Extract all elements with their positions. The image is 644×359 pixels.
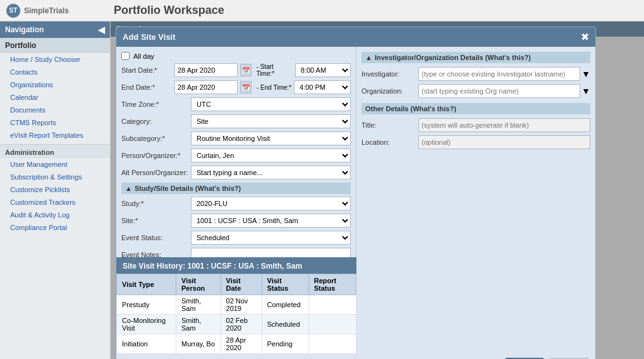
site-label: Site:* [121, 217, 191, 224]
subcategory-row: Subcategory:* Routine Monitoring Visit [121, 131, 351, 145]
modal-overlay: Add Site Visit ✖ All day [111, 21, 644, 359]
sidebar-item-subscription[interactable]: Subscription & Settings [0, 171, 110, 183]
history-header: Site Visit History: 1001 : UCSF : USA : … [116, 259, 356, 274]
investigator-label: Investigator: [361, 70, 418, 78]
col-report-status: Report Status [308, 274, 356, 295]
investigator-row: Investigator: ▼ [361, 67, 590, 81]
sidebar: Navigation ◀ Portfolio Home / Study Choo… [0, 21, 111, 359]
subcategory-select[interactable]: Routine Monitoring Visit [191, 131, 351, 145]
start-date-calendar-btn[interactable]: 📅 [240, 64, 252, 76]
location-row: Location: [361, 135, 590, 149]
logo-circle: ST [6, 4, 20, 18]
start-date-row: Start Date:* 📅 - Start Time:* 8:00 AM [121, 63, 351, 77]
sidebar-item-compliance[interactable]: Compliance Portal [0, 221, 110, 234]
cell-visit-status: Scheduled [262, 315, 308, 334]
timezone-label: Time Zone:* [121, 100, 191, 108]
cell-report-status [308, 334, 356, 354]
modal-header: Add Site Visit ✖ [116, 27, 595, 47]
cell-visit-type: Initiation [117, 334, 176, 354]
subcategory-label: Subcategory:* [121, 135, 191, 142]
person-label: Person/Organizer:* [121, 152, 191, 159]
location-input[interactable] [418, 135, 590, 149]
end-date-label: End Date:* [121, 83, 172, 91]
details-panel: ▲ Investigator/Organization Details (Wha… [356, 47, 595, 354]
title-label: Title: [361, 121, 418, 129]
category-label: Category: [121, 118, 191, 125]
title-input[interactable] [418, 118, 590, 132]
organization-dropdown-icon[interactable]: ▼ [581, 86, 590, 96]
alt-person-row: Alt Person/Organizer: Start typing a nam… [121, 166, 351, 180]
cell-visit-type: Co-Monitoring Visit [117, 315, 176, 334]
study-row: Study:* 2020-FLU [121, 197, 351, 210]
col-visit-date: Visit Date [221, 274, 262, 295]
sidebar-item-contacts[interactable]: Contacts [0, 66, 110, 78]
sidebar-item-portfolio[interactable]: Portfolio [0, 38, 110, 53]
study-select[interactable]: 2020-FLU [191, 197, 351, 210]
modal-close-button[interactable]: ✖ [581, 31, 589, 43]
title-row: Title: [361, 118, 590, 132]
end-date-calendar-btn[interactable]: 📅 [240, 81, 252, 94]
category-select[interactable]: Site [191, 114, 351, 128]
end-date-row: End Date:* 📅 - End Time:* 4:00 PM [121, 80, 351, 94]
table-row: Co-Monitoring Visit Smith, Sam 02 Feb 20… [117, 315, 356, 334]
investigator-dropdown-icon[interactable]: ▼ [581, 69, 590, 79]
sidebar-item-calendar[interactable]: Calendar [0, 91, 110, 104]
cell-visit-person: Murray, Bo [176, 334, 221, 354]
site-row: Site:* 1001 : UCSF : USA : Smith, Sam [121, 214, 351, 228]
alt-person-select[interactable]: Start typing a name... [191, 166, 351, 180]
sidebar-item-picklists[interactable]: Customize Picklists [0, 183, 110, 196]
event-status-select[interactable]: Scheduled [191, 231, 351, 245]
sidebar-header: Navigation ◀ [0, 21, 110, 38]
sidebar-item-user-management[interactable]: User Management [0, 158, 110, 171]
organization-row: Organization: ▼ [361, 84, 590, 98]
start-time-label: - Start Time:* [257, 63, 293, 77]
start-time-select[interactable]: 8:00 AM [295, 63, 351, 77]
study-section-header: ▲ Study/Site Details (What's this?) [121, 183, 351, 194]
event-status-row: Event Status: Scheduled [121, 231, 351, 245]
event-notes-input[interactable] [191, 248, 351, 257]
page-title: Portfolio Workspace [114, 4, 224, 17]
other-details-header: Other Details (What's this?) [361, 103, 590, 114]
person-select[interactable]: Curtain, Jen [191, 149, 351, 162]
table-row: Prestudy Smith, Sam 02 Nov 2019 Complete… [117, 295, 356, 315]
sidebar-item-trackers[interactable]: Customized Trackers [0, 196, 110, 209]
sidebar-item-audit[interactable]: Audit & Activity Log [0, 209, 110, 221]
all-day-row: All day [121, 52, 351, 60]
calendar-pane: Calendar Color Theme: ◀ April 202... ▶ [111, 21, 644, 359]
organization-input[interactable] [418, 84, 580, 98]
cell-visit-status: Completed [262, 295, 308, 315]
all-day-checkbox[interactable] [121, 52, 130, 60]
site-select[interactable]: 1001 : UCSF : USA : Smith, Sam [191, 214, 351, 228]
cell-visit-person: Smith, Sam [176, 315, 221, 334]
sidebar-item-organizations[interactable]: Organizations [0, 78, 110, 91]
history-table-wrapper: Visit Type Visit Person Visit Date Visit… [116, 274, 356, 354]
cell-visit-date: 02 Nov 2019 [221, 295, 262, 315]
cell-visit-person: Smith, Sam [176, 295, 221, 315]
sidebar-collapse-btn[interactable]: ◀ [98, 25, 105, 35]
sidebar-item-home[interactable]: Home / Study Chooser [0, 53, 110, 66]
start-date-input[interactable] [174, 63, 238, 77]
sidebar-item-evisit-templates[interactable]: eVisit Report Templates [0, 129, 110, 142]
col-visit-status: Visit Status [262, 274, 308, 295]
end-time-label: - End Time:* [257, 84, 291, 91]
sidebar-item-ctms-reports[interactable]: CTMS Reports [0, 116, 110, 129]
event-status-label: Event Status: [121, 234, 191, 241]
category-row: Category: Site [121, 114, 351, 128]
history-section: Site Visit History: 1001 : UCSF : USA : … [116, 257, 356, 354]
table-row: Initiation Murray, Bo 28 Apr 2020 Pendin… [117, 334, 356, 354]
end-date-input[interactable] [174, 80, 238, 94]
investigator-section-header: ▲ Investigator/Organization Details (Wha… [361, 52, 590, 63]
cell-visit-type: Prestudy [117, 295, 176, 315]
timezone-select[interactable]: UTC [191, 97, 351, 111]
cell-report-status [308, 315, 356, 334]
person-row: Person/Organizer:* Curtain, Jen [121, 149, 351, 162]
end-time-select[interactable]: 4:00 PM [294, 80, 351, 94]
study-label: Study:* [121, 200, 191, 207]
modal-title: Add Site Visit [123, 32, 176, 42]
event-notes-row: Event Notes: [121, 248, 351, 257]
sidebar-item-documents[interactable]: Documents [0, 104, 110, 116]
location-label: Location: [361, 138, 418, 146]
sidebar-admin-header: Administration [0, 144, 110, 158]
cell-visit-date: 02 Feb 2020 [221, 315, 262, 334]
investigator-input[interactable] [418, 67, 580, 81]
